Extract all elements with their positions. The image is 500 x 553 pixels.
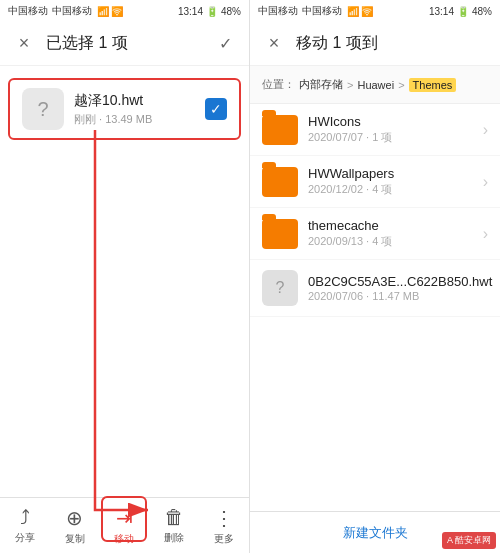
left-status-left: 中国移动 中国移动 📶 🛜	[8, 4, 123, 18]
move-label: 移动	[114, 532, 134, 546]
folder-name: HWIcons	[308, 114, 473, 129]
left-battery-icon: 🔋	[206, 6, 218, 17]
left-check-icon[interactable]: ✓	[213, 32, 237, 56]
watermark: A 酷安卓网	[442, 532, 496, 549]
folder-meta: 2020/07/07 · 1 项	[308, 130, 473, 145]
right-wifi-icon: 🛜	[361, 6, 373, 17]
left-file-list: ? 越泽10.hwt 刚刚 · 13.49 MB ✓	[0, 66, 249, 497]
right-signal-icon: 📶	[347, 6, 359, 17]
copy-button[interactable]: ⊕ 复制	[50, 498, 100, 553]
share-label: 分享	[15, 531, 35, 545]
file-info: 越泽10.hwt 刚刚 · 13.49 MB	[74, 92, 195, 127]
left-carrier: 中国移动	[8, 4, 48, 18]
delete-icon: 🗑	[164, 506, 184, 529]
left-wifi-icon: 🛜	[111, 6, 123, 17]
breadcrumb-internal[interactable]: 内部存储	[299, 77, 343, 92]
left-battery: 48%	[221, 6, 241, 17]
folder-meta: 2020/09/13 · 4 项	[308, 234, 473, 249]
folder-info: themecache 2020/09/13 · 4 项	[308, 218, 473, 249]
move-icon: ⇥	[116, 506, 133, 530]
delete-label: 删除	[164, 531, 184, 545]
breadcrumb-location-label: 位置：	[262, 77, 295, 92]
left-header-title: 已选择 1 项	[46, 33, 203, 54]
right-header-title: 移动 1 项到	[296, 33, 488, 54]
move-button[interactable]: ⇥ 移动	[100, 498, 150, 553]
right-carrier: 中国移动	[258, 4, 298, 18]
left-carrier2: 中国移动	[52, 4, 92, 18]
folder-icon	[262, 167, 298, 197]
left-bottom-toolbar: ⤴ 分享 ⊕ 复制 ⇥ 移动 🗑 删除 ⋮ 更多	[0, 497, 249, 553]
folder-info: HWIcons 2020/07/07 · 1 项	[308, 114, 473, 145]
file-icon: ?	[22, 88, 64, 130]
right-status-left: 中国移动 中国移动 📶 🛜	[258, 4, 373, 18]
right-status-right: 13:14 🔋 48%	[429, 6, 492, 17]
right-time: 13:14	[429, 6, 454, 17]
right-header: × 移动 1 项到	[250, 22, 500, 66]
breadcrumb-themes[interactable]: Themes	[409, 78, 457, 92]
file-checkbox[interactable]: ✓	[205, 98, 227, 120]
more-button[interactable]: ⋮ 更多	[199, 498, 249, 553]
left-close-button[interactable]: ×	[12, 32, 36, 56]
right-carrier2: 中国移动	[302, 4, 342, 18]
chevron-right-icon: ›	[483, 121, 488, 139]
left-header: × 已选择 1 项 ✓	[0, 22, 249, 66]
breadcrumb-sep1: >	[347, 79, 353, 91]
copy-label: 复制	[65, 532, 85, 546]
more-label: 更多	[214, 532, 234, 546]
right-battery: 48%	[472, 6, 492, 17]
folder-name: HWWallpapers	[308, 166, 473, 181]
folder-meta: 2020/12/02 · 4 项	[308, 182, 473, 197]
share-button[interactable]: ⤴ 分享	[0, 498, 50, 553]
breadcrumb-huawei[interactable]: Huawei	[357, 79, 394, 91]
list-item[interactable]: HWWallpapers 2020/12/02 · 4 项 ›	[250, 156, 500, 208]
folder-name: themecache	[308, 218, 473, 233]
chevron-right-icon: ›	[483, 173, 488, 191]
right-panel: 中国移动 中国移动 📶 🛜 13:14 🔋 48% × 移动 1 项到 位置： …	[250, 0, 500, 553]
folder-meta: 2020/07/06 · 11.47 MB	[308, 290, 492, 302]
right-status-bar: 中国移动 中国移动 📶 🛜 13:14 🔋 48%	[250, 0, 500, 22]
folder-icon	[262, 219, 298, 249]
copy-icon: ⊕	[66, 506, 83, 530]
left-status-bar: 中国移动 中国移动 📶 🛜 13:14 🔋 48%	[0, 0, 249, 22]
more-icon: ⋮	[214, 506, 234, 530]
left-signal-icon: 📶	[97, 6, 109, 17]
list-item[interactable]: HWIcons 2020/07/07 · 1 项 ›	[250, 104, 500, 156]
delete-button[interactable]: 🗑 删除	[149, 498, 199, 553]
right-battery-icon: 🔋	[457, 6, 469, 17]
left-status-right: 13:14 🔋 48%	[178, 6, 241, 17]
folder-list: HWIcons 2020/07/07 · 1 项 › HWWallpapers …	[250, 104, 500, 511]
file-icon-small: ?	[262, 270, 298, 306]
file-item[interactable]: ? 越泽10.hwt 刚刚 · 13.49 MB ✓	[8, 78, 241, 140]
right-close-button[interactable]: ×	[262, 32, 286, 56]
new-folder-button[interactable]: 新建文件夹	[343, 524, 408, 542]
file-meta: 刚刚 · 13.49 MB	[74, 112, 195, 127]
chevron-right-icon: ›	[483, 225, 488, 243]
file-name: 越泽10.hwt	[74, 92, 195, 110]
left-time: 13:14	[178, 6, 203, 17]
folder-name: 0B2C9C55A3E...C622B850.hwt	[308, 274, 492, 289]
share-icon: ⤴	[20, 506, 30, 529]
breadcrumb: 位置： 内部存储 > Huawei > Themes	[250, 66, 500, 104]
file-icon-label: ?	[37, 98, 48, 121]
left-panel: 中国移动 中国移动 📶 🛜 13:14 🔋 48% × 已选择 1 项 ✓ ?	[0, 0, 250, 553]
list-item[interactable]: ? 0B2C9C55A3E...C622B850.hwt 2020/07/06 …	[250, 260, 500, 317]
list-item[interactable]: themecache 2020/09/13 · 4 项 ›	[250, 208, 500, 260]
folder-info: 0B2C9C55A3E...C622B850.hwt 2020/07/06 · …	[308, 274, 492, 302]
breadcrumb-sep2: >	[398, 79, 404, 91]
folder-info: HWWallpapers 2020/12/02 · 4 项	[308, 166, 473, 197]
folder-icon	[262, 115, 298, 145]
